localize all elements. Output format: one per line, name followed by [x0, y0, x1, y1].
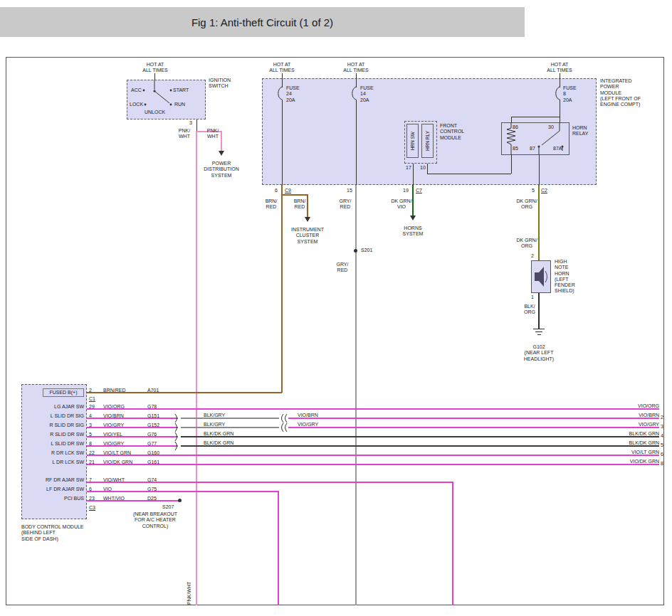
wire-label-right: VIO/GRY	[609, 422, 659, 428]
wire-label-right: VIO/ORG	[609, 403, 659, 409]
bcm-pin: 8	[89, 441, 92, 446]
wire-blk-dk-grn	[181, 436, 659, 437]
ground-g102-label: G102 (NEAR LEFT HEADLIGHT)	[518, 344, 560, 362]
relay-pin-87a: 87A	[553, 146, 562, 151]
bcm-pin: 23	[89, 496, 95, 501]
right-pin: 4	[661, 433, 663, 438]
hot-at-label-fuse14: HOT AT ALL TIMES	[336, 62, 376, 74]
wire-vio-yel	[87, 436, 178, 437]
wire-vio-gry2	[87, 445, 178, 447]
fcm-hrn-rly-label: HRN RLY	[425, 131, 430, 151]
instrument-cluster-label: INSTRUMENT CLUSTER SYSTEM	[288, 227, 327, 245]
relay-coil-feed	[511, 117, 512, 122]
wire-vio-lt-grn	[87, 455, 659, 456]
horn-pin-1: 1	[531, 294, 534, 299]
wire-label-gry-red-a: GRY/ RED	[336, 198, 355, 211]
ipm-pin-15: 15	[347, 188, 352, 193]
wire-label: VIO/YEL	[103, 432, 122, 437]
relay-feed-branch	[511, 117, 560, 117]
wire-label: VIO/BRN	[103, 413, 124, 418]
ipm-conn-c2: C2	[541, 188, 547, 193]
wire-label-after: VIO/BRN	[298, 413, 318, 418]
circuit-label: G74	[147, 477, 157, 482]
fcm-hrn-sw-label: HRN SW	[410, 132, 415, 150]
ignition-pos-run: RUN	[174, 102, 185, 107]
ipm-conn-c7: C7	[416, 188, 422, 193]
wire-vio-gry	[87, 427, 178, 428]
right-pin: 6	[661, 452, 663, 457]
splice-s207-dot	[178, 499, 182, 502]
fcm-pin10-lead	[427, 164, 428, 174]
wire-vio-brn	[87, 418, 178, 419]
fuse14-label: FUSE 14 20A	[360, 85, 374, 103]
circuit-label: G76	[147, 432, 157, 437]
wire-label-mid: BLK/GRY	[204, 413, 225, 418]
bcm-label-pci-bus: PCI BUS	[23, 496, 84, 501]
fuse24-label: FUSE 24 20A	[286, 85, 300, 103]
horns-system-label: HORNS SYSTEM	[397, 225, 429, 238]
offpage-arrow-horns	[410, 216, 416, 221]
bcm-pin: 29	[89, 404, 95, 409]
wire-pnk-wht-vertical	[196, 131, 197, 605]
bcm-pin: 2	[89, 388, 92, 393]
circuit-label: G152	[147, 423, 159, 428]
ignition-switch-icon	[127, 80, 206, 120]
wire-label-dk-grn-vio: DK GRN/ VIO	[390, 198, 413, 211]
figure-title: Fig 1: Anti-theft Circuit (1 of 2)	[191, 16, 333, 28]
splice-s201-label: S201	[361, 248, 372, 253]
wire-label-mid: BLK/GRY	[204, 422, 225, 427]
wire-label-mid: BLK/DK GRN	[204, 431, 233, 436]
circuit-label: G160	[147, 450, 159, 455]
pin-3-number: 3	[189, 120, 192, 126]
fcm-to-relay-line	[427, 174, 511, 174]
ground-icon	[533, 329, 545, 329]
wire-label-right: VIO/DK GRN	[605, 459, 659, 464]
inline-connector-icon	[174, 441, 180, 451]
fcm-hrn-rly-block: HRN RLY	[421, 124, 434, 158]
wire-label: VIO	[103, 487, 112, 492]
ignition-pos-unlock: UNLOCK	[145, 110, 165, 115]
wiring-diagram-page: Fig 1: Anti-theft Circuit (1 of 2) HOT A…	[0, 0, 672, 616]
fuse8-label: FUSE 8 20A	[563, 85, 577, 103]
wire-label-right: VIO/BRN	[609, 413, 659, 418]
wire-label-pnk-wht-b: PNK/ WHT	[204, 128, 222, 140]
wire-label-right: BLK/DK GRN	[605, 440, 659, 446]
ground-icon	[535, 331, 542, 332]
wire-label: VIO/WHT	[103, 477, 125, 482]
wire-label-brn-red-a: BRN/ RED	[262, 198, 280, 211]
inline-connector-icon	[174, 413, 180, 423]
bcm-label-r-slid-dr-sw: R SLID DR SW	[23, 432, 84, 437]
wire-vio-wht-vertical	[452, 482, 453, 605]
wire-label: VIO/DK GRN	[103, 460, 132, 464]
bcm-pin: 22	[89, 450, 95, 455]
wire-vio-wht	[87, 482, 453, 483]
wire-label: VIO/ORG	[103, 404, 125, 409]
bcm-pin: 21	[89, 460, 95, 464]
bcm-pin: 4	[89, 413, 92, 418]
bcm-label-lf-dr-ajar-sw: LF DR AJAR SW	[23, 487, 84, 492]
wire-vio-brn-right	[288, 418, 659, 419]
hot-at-label-fuse24: HOT AT ALL TIMES	[262, 62, 302, 74]
body-control-module-label: BODY CONTROL MODULE (BEHIND LEFT SIDE OF…	[21, 524, 84, 542]
wire-label-mid: BLK/DK GRN	[204, 440, 233, 445]
wire-label-after: VIO/GRY	[298, 422, 318, 427]
wire-label-brn-red-b: BRN/ RED	[290, 198, 309, 211]
wire-label-gry-red-b: GRY/ RED	[333, 262, 352, 274]
bcm-fused-b-block: FUSED B(+)	[43, 388, 84, 397]
bcm-pin: 3	[89, 423, 92, 428]
fuse8-out-lead	[560, 100, 560, 122]
wire-vio-dk-grn	[87, 464, 659, 465]
fcm-pin-17: 17	[406, 165, 411, 170]
wire-label-right: BLK/DK GRN	[605, 431, 659, 437]
ipm-pin-5: 5	[532, 188, 535, 193]
ipm-conn-c9: C9	[285, 188, 291, 193]
figure-header-bar: Fig 1: Anti-theft Circuit (1 of 2)	[0, 7, 525, 37]
wire-label-blk-org: BLK/ ORG	[521, 304, 538, 316]
splice-s201-dot	[354, 249, 357, 253]
hot-at-label-ignition: HOT AT ALL TIMES	[135, 62, 175, 74]
wire-label: VIO/GRY	[103, 441, 124, 446]
right-pin: 5	[661, 442, 663, 447]
relay-pin87-lead	[539, 155, 540, 185]
wire-blk-gry	[181, 427, 279, 428]
fcm-hrn-sw-block: HRN SW	[406, 124, 419, 158]
